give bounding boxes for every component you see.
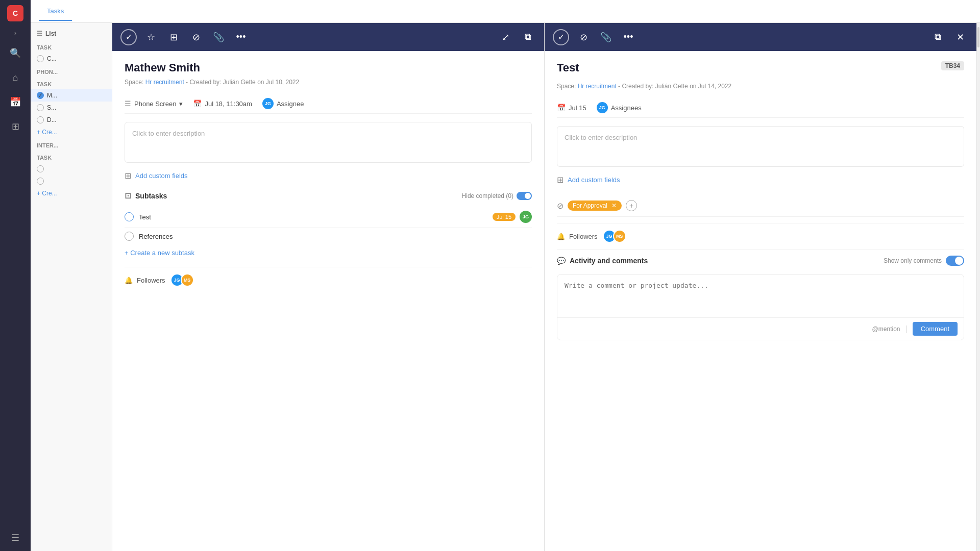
list-item-4[interactable] — [31, 163, 112, 175]
status-chevron-icon: ▾ — [179, 100, 183, 108]
list-item[interactable]: C... — [31, 53, 112, 65]
bell-icon: 🔔 — [125, 277, 133, 284]
app-logo[interactable]: C — [7, 5, 23, 21]
left-custom-fields[interactable]: ⊞ Add custom fields — [125, 171, 532, 181]
date-prop[interactable]: 📅 Jul 18, 11:30am — [193, 99, 252, 108]
top-nav: Tasks — [31, 0, 980, 23]
comment-area: @mention | Comment — [557, 274, 964, 340]
right-panel-body: Test TB34 Space: Hr recruitment - Create… — [545, 51, 976, 551]
task-label-3: D... — [47, 116, 57, 123]
add-tag-button[interactable]: + — [626, 200, 637, 211]
tags-row: ⊘ For Approval ✕ + — [557, 195, 964, 217]
subtask-meta: Jul 15 JG — [493, 211, 532, 223]
comment-button[interactable]: Comment — [913, 322, 958, 336]
reference-item[interactable]: References — [125, 228, 532, 245]
toolbar-star-icon[interactable]: ☆ — [143, 29, 159, 45]
grid-icon[interactable]: ⊞ — [7, 118, 23, 135]
right-date-prop[interactable]: 📅 Jul 15 — [557, 104, 586, 112]
right-description[interactable]: Click to enter description — [557, 126, 964, 167]
section-task-label: Task — [31, 77, 112, 89]
list-item-2[interactable]: S... — [31, 102, 112, 114]
create-link-2[interactable]: + Cre... — [31, 187, 112, 199]
home-icon[interactable]: ⌂ — [7, 69, 23, 86]
assignee-avatar: JG — [262, 98, 274, 109]
left-meta-text: - Created by: Julián Gette on Jul 10, 20… — [186, 79, 299, 86]
subtasks-text: Subtasks — [135, 192, 167, 200]
hide-completed[interactable]: Hide completed (0) — [462, 192, 532, 200]
assignee-prop[interactable]: JG Assignee — [262, 98, 304, 109]
left-description[interactable]: Click to enter description — [125, 122, 532, 163]
activity-icon: 💬 — [557, 257, 566, 265]
toolbar-copy-icon[interactable]: ⊞ — [165, 29, 182, 45]
left-followers-row: 🔔 Followers JG MS — [125, 267, 532, 293]
subtask-item-test[interactable]: Test Jul 15 JG — [125, 207, 532, 228]
custom-fields-icon: ⊞ — [125, 171, 131, 181]
list-item-3[interactable]: D... — [31, 114, 112, 126]
scroll-thumb[interactable] — [977, 27, 979, 47]
subtasks-icon: ⊡ — [125, 191, 131, 201]
menu-icon[interactable]: ☰ — [7, 530, 23, 546]
for-approval-tag[interactable]: For Approval ✕ — [568, 201, 622, 211]
list-item-5[interactable] — [31, 175, 112, 187]
calendar-icon[interactable]: 📅 — [7, 94, 23, 110]
create-link-1[interactable]: + Cre... — [31, 126, 112, 138]
list-header: ☰ List — [31, 27, 112, 40]
hide-completed-toggle[interactable] — [517, 192, 532, 200]
search-icon[interactable]: 🔍 — [7, 45, 23, 61]
check-icon-active: ✓ — [37, 92, 44, 99]
custom-fields-label: Add custom fields — [135, 172, 188, 180]
sidebar: C › 🔍 ⌂ 📅 ⊞ ☰ — [0, 0, 31, 551]
toolbar-complete-icon[interactable]: ✓ — [120, 29, 137, 45]
right-toolbar-close[interactable]: ✕ — [952, 29, 968, 45]
list-icon: ☰ — [37, 30, 42, 37]
tab-tasks[interactable]: Tasks — [39, 2, 72, 21]
right-custom-fields-label: Add custom fields — [568, 176, 620, 184]
task-badge: TB34 — [941, 61, 964, 70]
tag-label: For Approval — [573, 202, 607, 209]
sidebar-toggle[interactable]: › — [14, 30, 16, 37]
right-toolbar-tag[interactable]: ⊘ — [575, 29, 592, 45]
section-title-1: Task — [31, 40, 112, 53]
comment-input[interactable] — [557, 274, 964, 315]
right-space-link[interactable]: Hr recruitment — [578, 83, 617, 90]
check-icon — [37, 55, 44, 62]
subtask-date-badge: Jul 15 — [493, 213, 516, 221]
left-task-meta: Space: Hr recruitment - Created by: Juli… — [125, 79, 532, 86]
create-subtask-link[interactable]: + Create a new subtask — [125, 245, 532, 261]
check-icon-3 — [37, 116, 44, 123]
left-task-title[interactable]: Mathew Smith — [125, 61, 532, 74]
list-item-active[interactable]: ✓ M... — [31, 89, 112, 102]
status-value: Phone Screen — [134, 100, 176, 108]
panels-area: ✓ ☆ ⊞ ⊘ 📎 ••• ⤢ ⧉ Mathew Smith Space: Hr… — [112, 23, 980, 551]
toolbar-expand-icon[interactable]: ⤢ — [497, 29, 513, 45]
divider: | — [905, 324, 907, 334]
right-task-panel: ✓ ⊘ 📎 ••• ⧉ ✕ Test TB34 Space: Hr recrui… — [545, 23, 977, 551]
toolbar-popout-icon[interactable]: ⧉ — [520, 29, 536, 45]
content-area: ☰ List Task C... Phon... Task ✓ M... S..… — [31, 23, 980, 551]
right-followers-row: 🔔 Followers JG MS — [557, 223, 964, 249]
check-icon-4 — [37, 165, 44, 172]
subtasks-label: ⊡ Subtasks — [125, 191, 167, 201]
mention-text[interactable]: @mention — [872, 325, 900, 333]
right-task-title[interactable]: Test — [557, 61, 579, 74]
show-comments-toggle[interactable] — [946, 256, 964, 266]
status-prop[interactable]: ☰ Phone Screen ▾ — [125, 99, 183, 108]
assignee-label: Assignee — [277, 100, 304, 108]
right-assignee-prop[interactable]: JG Assignees — [597, 102, 642, 113]
show-comments: Show only comments — [884, 256, 964, 266]
right-toolbar-attach[interactable]: 📎 — [598, 29, 614, 45]
toolbar-more-icon[interactable]: ••• — [233, 29, 249, 45]
date-value: Jul 18, 11:30am — [205, 100, 252, 108]
toolbar-tag-icon[interactable]: ⊘ — [188, 29, 204, 45]
right-toolbar-complete[interactable]: ✓ — [553, 29, 569, 45]
left-space-link[interactable]: Hr recruitment — [145, 79, 184, 86]
left-task-panel: ✓ ☆ ⊞ ⊘ 📎 ••• ⤢ ⧉ Mathew Smith Space: Hr… — [112, 23, 545, 551]
right-custom-fields[interactable]: ⊞ Add custom fields — [557, 175, 964, 185]
toolbar-attach-icon[interactable]: 📎 — [210, 29, 227, 45]
tag-remove-icon[interactable]: ✕ — [611, 202, 617, 209]
left-task-props: ☰ Phone Screen ▾ 📅 Jul 18, 11:30am JG As… — [125, 94, 532, 114]
right-toolbar-popout[interactable]: ⧉ — [929, 29, 946, 45]
right-toolbar-more[interactable]: ••• — [620, 29, 636, 45]
right-toolbar: ✓ ⊘ 📎 ••• ⧉ ✕ — [545, 23, 976, 51]
left-followers-label: 🔔 Followers — [125, 277, 165, 284]
